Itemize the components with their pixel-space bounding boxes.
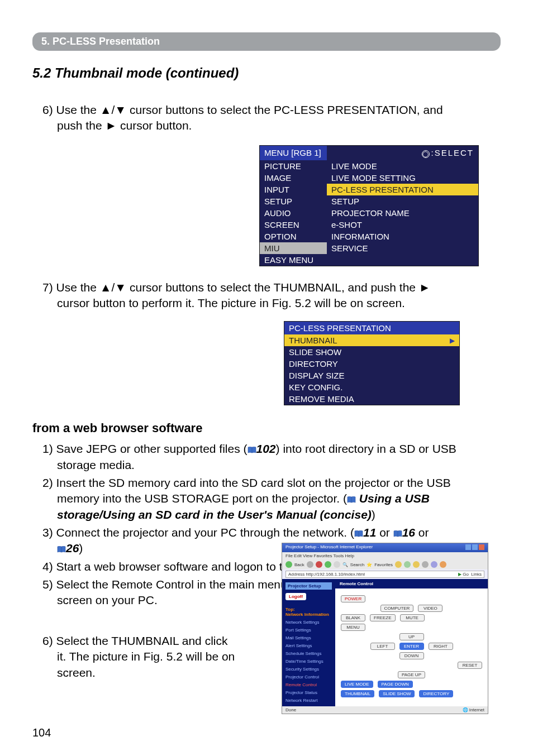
osd-right-item: INFORMATION bbox=[327, 231, 478, 242]
sidebar-link[interactable]: Network Settings bbox=[285, 620, 332, 625]
osd-left-item-selected: MIU bbox=[260, 242, 327, 254]
osd-title-left: MENU [RGB 1] bbox=[260, 146, 327, 160]
left-button[interactable]: LEFT bbox=[370, 643, 395, 650]
directory-button[interactable]: DIRECTORY bbox=[419, 690, 453, 697]
home-icon bbox=[334, 561, 340, 568]
power-button[interactable]: POWER bbox=[341, 595, 365, 602]
osd-pcless-item: DIRECTORY bbox=[284, 358, 459, 370]
main-panel: Remote Control POWER COMPUTERVIDEO BLANK… bbox=[335, 579, 488, 706]
toolbar-icon bbox=[413, 561, 420, 568]
osd-right-item: e-SHOT bbox=[327, 219, 478, 231]
osd-left-item: EASY MENU bbox=[260, 254, 327, 266]
sidebar-link[interactable]: Schedule Settings bbox=[285, 651, 332, 656]
address-bar: Address http://192.168.1.10/index.html ▶… bbox=[285, 571, 484, 578]
step-6a: 6) Use the ▲/▼ cursor buttons to select … bbox=[42, 102, 501, 134]
t: or bbox=[415, 526, 429, 539]
bold-ref: storage/Using an SD card in the User's M… bbox=[57, 508, 372, 521]
book-icon bbox=[393, 530, 402, 537]
sidebar-link[interactable]: Security Settings bbox=[285, 667, 332, 672]
sidebar-link[interactable]: Mail Settings bbox=[285, 635, 332, 640]
address-label: Address bbox=[288, 572, 304, 577]
sidebar-link[interactable]: Network Restart bbox=[285, 698, 332, 703]
osd-left-item: SCREEN bbox=[260, 219, 327, 231]
blank-button[interactable]: BLANK bbox=[341, 614, 365, 621]
sidebar: Projector Setup Logoff Top: Network Info… bbox=[282, 579, 335, 706]
sidebar-link[interactable]: Alert Settings bbox=[285, 643, 332, 648]
t: 3) Connect the projector and your PC thr… bbox=[42, 526, 354, 539]
right-button[interactable]: RIGHT bbox=[429, 643, 453, 650]
pageup-button[interactable]: PAGE UP bbox=[398, 671, 425, 678]
sidebar-link[interactable]: Projector Status bbox=[285, 690, 332, 695]
down-button[interactable]: DOWN bbox=[399, 652, 424, 659]
page-number: 104 bbox=[32, 726, 51, 739]
subheading-web: from a web browser software bbox=[32, 421, 501, 436]
osd-right-column: LIVE MODE LIVE MODE SETTING PC-LESS PRES… bbox=[327, 160, 478, 266]
t: 2) Insert the SD memory card into the SD… bbox=[42, 476, 451, 489]
osd-title-select-text: :SELECT bbox=[431, 148, 474, 157]
osd-pcless-item: REMOVE MEDIA bbox=[284, 393, 459, 405]
osd-left-item: PICTURE bbox=[260, 160, 327, 172]
t: storage media. bbox=[42, 457, 501, 473]
step-b1: 1) Save JEPG or other supported files (1… bbox=[42, 441, 501, 473]
forward-icon bbox=[307, 561, 313, 568]
book-icon bbox=[248, 447, 256, 453]
t: memory into the USB STORAGE port on the … bbox=[57, 492, 347, 505]
freeze-button[interactable]: FREEZE bbox=[370, 614, 396, 621]
osd-pcless-item: SLIDE SHOW bbox=[284, 346, 459, 358]
status-internet: 🌐 Internet bbox=[463, 707, 484, 712]
thumbnail-button[interactable]: THUMBNAIL bbox=[341, 690, 374, 697]
osd-right-item: PROJECTOR NAME bbox=[327, 207, 478, 219]
pagedown-button[interactable]: PAGE DOWN bbox=[378, 681, 413, 688]
osd-left-item: SETUP bbox=[260, 195, 327, 207]
status-done: Done bbox=[285, 707, 296, 712]
book-icon bbox=[347, 496, 356, 503]
chevron-right-icon: ▶ bbox=[450, 337, 455, 344]
t: 6) Select the THUMBNAIL and click bbox=[42, 634, 227, 647]
bold-ref: Using a USB bbox=[356, 492, 430, 505]
favorites-icon: ⭐ bbox=[367, 562, 372, 567]
sidebar-link[interactable]: Port Settings bbox=[285, 628, 332, 633]
window-buttons bbox=[464, 544, 484, 551]
osd-left-item: IMAGE bbox=[260, 172, 327, 184]
chapter-bar: 5. PC-LESS Presentation bbox=[32, 32, 501, 51]
sidebar-link-active[interactable]: Remote Control bbox=[285, 682, 332, 687]
mute-button[interactable]: MUTE bbox=[400, 614, 425, 621]
logoff-button[interactable]: Logoff bbox=[285, 593, 306, 600]
osd-menu-pcless: PC-LESS PRESENTATION THUMBNAIL▶ SLIDE SH… bbox=[284, 321, 460, 405]
toolbar-icon bbox=[422, 561, 429, 568]
osd-right-item-selected: PC-LESS PRESENTATION bbox=[327, 184, 478, 195]
osd-left-item: OPTION bbox=[260, 231, 327, 242]
osd-right-item: SETUP bbox=[327, 195, 478, 207]
t: or bbox=[376, 526, 393, 539]
page-ref: 26 bbox=[66, 542, 79, 554]
section-heading: 5.2 Thumbnail mode (continued) bbox=[32, 65, 501, 81]
reset-button[interactable]: RESET bbox=[458, 662, 482, 669]
t: ) bbox=[79, 542, 83, 554]
page-ref: 16 bbox=[402, 526, 415, 539]
book-icon bbox=[57, 546, 66, 553]
sidebar-link[interactable]: Date/Time Settings bbox=[285, 659, 332, 664]
main-title: Remote Control bbox=[335, 579, 488, 588]
slideshow-button[interactable]: SLIDE SHOW bbox=[379, 690, 415, 697]
video-button[interactable]: VIDEO bbox=[418, 605, 442, 612]
osd-pcless-item: KEY CONFIG. bbox=[284, 381, 459, 393]
toolbar: Back 🔍Search ⭐Favorites bbox=[282, 559, 488, 570]
favorites-label: Favorites bbox=[374, 562, 393, 567]
computer-button[interactable]: COMPUTER bbox=[380, 605, 414, 612]
back-label: Back bbox=[294, 562, 304, 567]
step-b6: 6) Select the THUMBNAIL and click it. Th… bbox=[42, 633, 255, 681]
sidebar-link[interactable]: Projector Control bbox=[285, 674, 332, 680]
search-icon: 🔍 bbox=[342, 562, 348, 567]
osd-left-item: INPUT bbox=[260, 184, 327, 195]
up-button[interactable]: UP bbox=[399, 633, 424, 640]
menu-button[interactable]: MENU bbox=[341, 624, 365, 631]
step-6a-line2: push the ► cursor button. bbox=[42, 118, 501, 133]
t: screen. bbox=[42, 665, 255, 681]
livemode-button[interactable]: LIVE MODE bbox=[341, 681, 373, 688]
t: ) into root directory in a SD or USB bbox=[276, 442, 456, 455]
osd-right-item: LIVE MODE bbox=[327, 160, 478, 172]
enter-button[interactable]: ENTER bbox=[399, 643, 424, 650]
osd-menu-main: MENU [RGB 1] ◯:SELECT PICTURE IMAGE INPU… bbox=[259, 145, 479, 266]
t: ) bbox=[372, 508, 375, 521]
refresh-icon bbox=[325, 561, 331, 568]
